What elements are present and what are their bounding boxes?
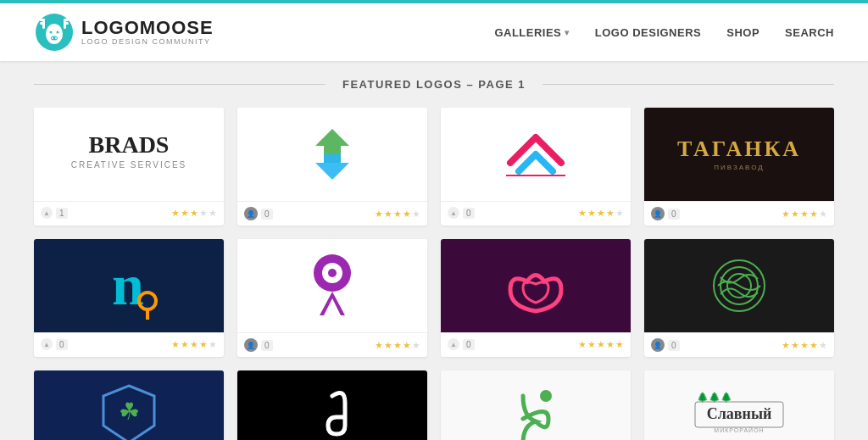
vote-up-icon[interactable]: ▲ — [41, 338, 53, 350]
logo-card[interactable]: ▲0★★★★★ — [441, 239, 631, 357]
logo-card-footer: ▲0★★★★★ — [34, 332, 224, 355]
logo-card-footer: 👤0★★★★★ — [644, 201, 834, 226]
svg-text:CREATIVE SERVICES: CREATIVE SERVICES — [71, 160, 186, 170]
vote-count: 0 — [668, 209, 680, 220]
star-1: ★ — [578, 339, 587, 350]
rating-stars[interactable]: ★★★★★ — [782, 340, 827, 351]
svg-text:☘: ☘ — [119, 398, 140, 425]
svg-text:ТАГАНКА: ТАГАНКА — [677, 136, 801, 161]
star-2: ★ — [181, 208, 189, 219]
logo-card[interactable]: 👤0★★★★★ — [237, 370, 427, 440]
svg-point-33 — [540, 390, 552, 402]
rating-stars[interactable]: ★★★★★ — [578, 208, 624, 219]
vote-area: 👤0 — [651, 338, 680, 352]
logo-card[interactable]: 🌲🌲🌲 Славный МИКРОРАЙОН 👤0★★★★★ — [644, 370, 834, 440]
rating-stars[interactable]: ★★★★★ — [375, 340, 420, 351]
logo-card-footer: ▲0★★★★★ — [441, 332, 631, 355]
svg-marker-16 — [315, 154, 349, 180]
star-3: ★ — [800, 209, 809, 220]
star-4: ★ — [606, 339, 615, 350]
logo-card[interactable]: ☘ ▲0★★★★★ — [34, 370, 224, 440]
vote-count: 0 — [261, 340, 273, 351]
star-4: ★ — [606, 208, 615, 219]
svg-text:BRADS: BRADS — [89, 131, 170, 158]
svg-point-7 — [46, 24, 63, 44]
vote-count: 0 — [261, 209, 273, 220]
vote-up-icon[interactable]: ▲ — [41, 207, 53, 219]
svg-rect-6 — [65, 22, 69, 25]
logo-image: n — [34, 239, 224, 332]
star-4: ★ — [403, 340, 411, 351]
rating-stars[interactable]: ★★★★★ — [171, 208, 217, 219]
rating-stars[interactable]: ★★★★★ — [578, 339, 624, 350]
star-5: ★ — [615, 339, 624, 350]
star-5: ★ — [209, 208, 217, 219]
vote-area: ▲0 — [448, 338, 475, 350]
star-1: ★ — [171, 208, 180, 219]
star-2: ★ — [791, 209, 799, 220]
vote-up-icon[interactable]: ▲ — [448, 207, 459, 219]
star-5: ★ — [819, 340, 827, 351]
avatar: 👤 — [651, 338, 665, 352]
star-2: ★ — [384, 209, 392, 220]
logo-card[interactable]: ТАГАНКАПИВЗАВОД👤0★★★★★ — [644, 108, 834, 226]
svg-rect-2 — [40, 19, 45, 21]
svg-point-25 — [328, 269, 337, 277]
svg-point-12 — [55, 37, 57, 39]
logo-card[interactable]: ▲0★★★★★ — [441, 370, 631, 440]
star-3: ★ — [393, 209, 402, 220]
logo-image — [441, 370, 631, 440]
rating-stars[interactable]: ★★★★★ — [375, 209, 420, 220]
main-nav: GALLERIES ▾ LOGO DESIGNERS SHOP SEARCH — [494, 26, 834, 39]
svg-text:ПИВЗАВОД: ПИВЗАВОД — [714, 164, 764, 171]
logo-card[interactable]: ▲0★★★★★ — [441, 108, 631, 226]
vote-count: 0 — [463, 339, 475, 350]
svg-point-11 — [52, 37, 53, 39]
logo-card[interactable]: 👤0★★★★★ — [237, 108, 427, 226]
rating-stars[interactable]: ★★★★★ — [782, 209, 827, 220]
logo-image: ☘ — [34, 370, 224, 440]
nav-search[interactable]: SEARCH — [785, 26, 834, 39]
logo-card-footer: ▲0★★★★★ — [441, 201, 631, 224]
vote-up-icon[interactable]: ▲ — [448, 338, 459, 350]
header: LOGOMOOSE LOGO DESIGN COMMUNITY GALLERIE… — [0, 0, 868, 61]
logo-grid: BRADSCREATIVE SERVICES▲1★★★★★ 👤0★★★★★ ▲0… — [34, 108, 834, 440]
star-2: ★ — [384, 340, 392, 351]
nav-galleries[interactable]: GALLERIES ▾ — [494, 26, 569, 39]
vote-count: 0 — [56, 339, 68, 350]
svg-point-9 — [57, 31, 59, 34]
svg-text:n: n — [112, 253, 144, 317]
logo-card[interactable]: 👤0★★★★★ — [644, 239, 834, 357]
avatar: 👤 — [651, 207, 665, 220]
star-3: ★ — [597, 339, 605, 350]
svg-point-8 — [50, 31, 53, 34]
vote-count: 0 — [668, 340, 680, 351]
chevron-down-icon: ▾ — [565, 28, 570, 37]
rating-stars[interactable]: ★★★★★ — [171, 339, 217, 350]
logo-card[interactable]: n ▲0★★★★★ — [34, 239, 224, 357]
vote-area: 👤0 — [244, 338, 273, 352]
star-3: ★ — [190, 208, 198, 219]
logo-card[interactable]: 👤0★★★★★ — [237, 239, 427, 357]
star-2: ★ — [181, 339, 189, 350]
star-5: ★ — [412, 340, 420, 351]
star-4: ★ — [199, 339, 208, 350]
logo-image — [441, 239, 631, 332]
star-1: ★ — [782, 209, 790, 220]
logo-image — [237, 239, 427, 332]
nav-logo-designers[interactable]: LOGO DESIGNERS — [595, 26, 701, 39]
vote-count: 0 — [463, 208, 475, 219]
star-2: ★ — [791, 340, 799, 351]
svg-text:МИКРОРАЙОН: МИКРОРАЙОН — [714, 426, 764, 433]
star-3: ★ — [190, 339, 198, 350]
page-title-area: FEATURED LOGOS – PAGE 1 — [34, 78, 834, 91]
logo-image — [237, 370, 427, 440]
star-3: ★ — [393, 340, 402, 351]
nav-shop[interactable]: SHOP — [726, 26, 760, 39]
site-logo[interactable]: LOGOMOOSE LOGO DESIGN COMMUNITY — [34, 12, 214, 53]
star-1: ★ — [578, 208, 587, 219]
title-divider-right — [542, 84, 834, 85]
title-divider-left — [34, 84, 326, 85]
logo-card-footer: ▲1★★★★★ — [34, 201, 224, 224]
logo-card[interactable]: BRADSCREATIVE SERVICES▲1★★★★★ — [34, 108, 224, 226]
